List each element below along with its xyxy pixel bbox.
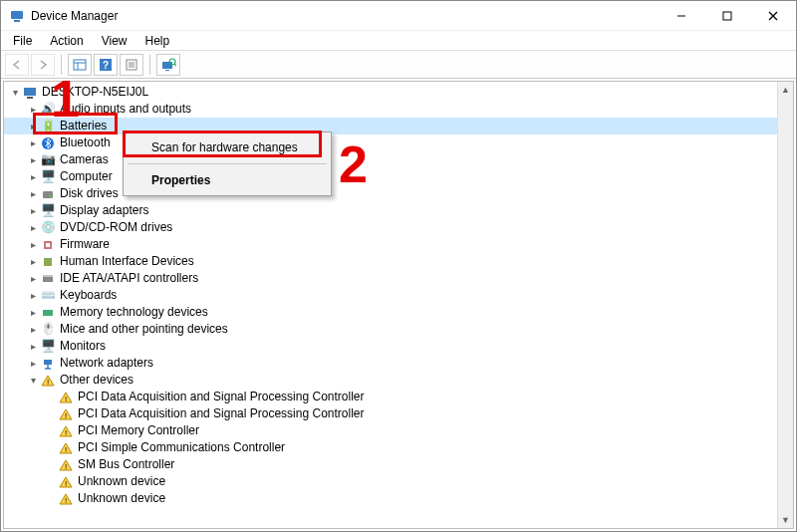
scroll-up-icon[interactable]: ▲ [778, 82, 793, 98]
camera-icon: 📷 [40, 152, 56, 168]
collapse-arrow-icon[interactable]: ▾ [26, 374, 40, 388]
context-menu-separator [128, 163, 327, 164]
close-button[interactable] [750, 1, 796, 31]
svg-text:!: ! [65, 411, 67, 420]
tree-item-memory[interactable]: ▸ Memory technology devices [4, 304, 777, 321]
device-tree[interactable]: ▾ DESKTOP-N5EIJ0L ▸ 🔊 Audio inputs and o… [4, 82, 777, 528]
expand-arrow-icon[interactable]: ▸ [26, 272, 40, 286]
warning-icon: ! [58, 390, 74, 405]
expand-arrow-icon[interactable]: ▸ [26, 221, 40, 235]
svg-text:!: ! [47, 378, 49, 387]
expand-arrow-icon[interactable]: ▸ [26, 306, 40, 320]
scroll-down-icon[interactable]: ▼ [778, 512, 793, 528]
menu-action[interactable]: Action [42, 32, 91, 50]
svg-rect-15 [162, 62, 172, 69]
tree-item-disk-drives[interactable]: ▸ Disk drives [4, 185, 777, 202]
expand-arrow-icon[interactable]: ▸ [26, 289, 40, 303]
svg-text:!: ! [65, 445, 67, 454]
svg-rect-0 [11, 11, 23, 19]
battery-icon: 🔋 [40, 119, 56, 134]
svg-text:!: ! [65, 395, 67, 403]
properties-button[interactable] [120, 54, 143, 76]
tree-item-label: Other devices [60, 372, 133, 389]
svg-rect-25 [46, 243, 50, 247]
tree-item-monitors[interactable]: ▸ 🖥️ Monitors [4, 338, 777, 355]
tree-root[interactable]: ▾ DESKTOP-N5EIJ0L [4, 84, 777, 101]
tree-item-label: Audio inputs and outputs [60, 101, 191, 118]
tree-item-label: DVD/CD-ROM drives [60, 219, 172, 236]
tree-item-child[interactable]: ▸ ! PCI Data Acquisition and Signal Proc… [4, 405, 777, 422]
menu-help[interactable]: Help [137, 32, 178, 50]
tree-item-other-devices[interactable]: ▾ ! Other devices [4, 372, 777, 389]
forward-button[interactable] [31, 54, 55, 76]
tree-item-hid[interactable]: ▸ Human Interface Devices [4, 253, 777, 270]
svg-rect-3 [723, 12, 731, 20]
back-button[interactable] [5, 54, 29, 76]
expand-arrow-icon[interactable]: ▸ [26, 153, 40, 167]
expand-arrow-icon[interactable]: ▸ [26, 255, 40, 269]
tree-item-child[interactable]: ▸ ! SM Bus Controller [4, 456, 777, 473]
tree-item-label: Bluetooth [60, 134, 111, 151]
expand-arrow-icon[interactable]: ▸ [26, 323, 40, 337]
toolbar: ? [1, 51, 796, 79]
svg-rect-6 [74, 60, 86, 70]
tree-item-mice[interactable]: ▸ 🖱️ Mice and other pointing devices [4, 321, 777, 338]
tree-item-computer[interactable]: ▸ 🖥️ Computer [4, 168, 777, 185]
tree-item-label: Human Interface Devices [60, 253, 194, 270]
tree-item-network[interactable]: ▸ Network adapters [4, 355, 777, 372]
tree-item-ide[interactable]: ▸ IDE ATA/ATAPI controllers [4, 270, 777, 287]
tree-item-child[interactable]: ▸ ! Unknown device [4, 490, 777, 507]
expand-arrow-icon[interactable]: ▸ [26, 120, 40, 133]
tree-item-label: PCI Memory Controller [78, 422, 199, 439]
vertical-scrollbar[interactable]: ▲ ▼ [777, 82, 793, 528]
tree-item-label: IDE ATA/ATAPI controllers [60, 270, 198, 287]
menu-file[interactable]: File [5, 32, 40, 50]
scan-hardware-button[interactable] [156, 54, 180, 76]
svg-text:?: ? [103, 60, 109, 71]
ide-icon [40, 271, 56, 287]
expand-arrow-icon[interactable]: ▸ [26, 238, 40, 252]
minimize-button[interactable] [659, 1, 704, 31]
help-button[interactable]: ? [94, 54, 118, 76]
computer-icon: 🖥️ [40, 169, 56, 185]
svg-rect-16 [165, 70, 169, 71]
maximize-button[interactable] [704, 1, 750, 31]
display-icon: 🖥️ [40, 203, 56, 219]
svg-text:!: ! [65, 462, 67, 471]
tree-root-label: DESKTOP-N5EIJ0L [42, 84, 148, 101]
tree-item-dvd[interactable]: ▸ 💿 DVD/CD-ROM drives [4, 219, 777, 236]
tree-item-label: Cameras [60, 151, 109, 168]
context-menu: Scan for hardware changes Properties [123, 132, 332, 196]
tree-item-child[interactable]: ▸ ! PCI Memory Controller [4, 422, 777, 439]
expand-arrow-icon[interactable]: ▸ [26, 340, 40, 354]
show-hide-console-button[interactable] [68, 54, 92, 76]
collapse-arrow-icon[interactable]: ▾ [8, 86, 22, 100]
svg-point-23 [50, 195, 52, 197]
tree-item-keyboards[interactable]: ▸ ⌨️ Keyboards [4, 287, 777, 304]
context-menu-properties[interactable]: Properties [126, 167, 329, 193]
toolbar-separator [149, 55, 150, 75]
tree-item-child[interactable]: ▸ ! PCI Simple Communications Controller [4, 439, 777, 456]
svg-rect-27 [43, 277, 53, 282]
tree-item-display-adapters[interactable]: ▸ 🖥️ Display adapters [4, 202, 777, 219]
bluetooth-icon [40, 135, 56, 151]
expand-arrow-icon[interactable]: ▸ [26, 204, 40, 218]
tree-item-child[interactable]: ▸ ! PCI Data Acquisition and Signal Proc… [4, 389, 777, 405]
svg-text:!: ! [65, 479, 67, 488]
context-menu-scan[interactable]: Scan for hardware changes [126, 134, 329, 160]
tree-item-batteries[interactable]: ▸ 🔋 Batteries [4, 118, 777, 134]
tree-item-audio[interactable]: ▸ 🔊 Audio inputs and outputs [4, 101, 777, 118]
tree-item-label: Mice and other pointing devices [60, 321, 228, 338]
expand-arrow-icon[interactable]: ▸ [26, 357, 40, 371]
expand-arrow-icon[interactable]: ▸ [26, 170, 40, 184]
expand-arrow-icon[interactable]: ▸ [26, 103, 40, 117]
tree-item-bluetooth[interactable]: ▸ Bluetooth [4, 134, 777, 151]
menu-view[interactable]: View [94, 32, 135, 50]
toolbar-separator [61, 55, 62, 75]
title-bar: Device Manager [1, 1, 796, 31]
expand-arrow-icon[interactable]: ▸ [26, 187, 40, 201]
tree-item-firmware[interactable]: ▸ Firmware [4, 236, 777, 253]
tree-item-cameras[interactable]: ▸ 📷 Cameras [4, 151, 777, 168]
expand-arrow-icon[interactable]: ▸ [26, 136, 40, 150]
tree-item-child[interactable]: ▸ ! Unknown device [4, 473, 777, 490]
